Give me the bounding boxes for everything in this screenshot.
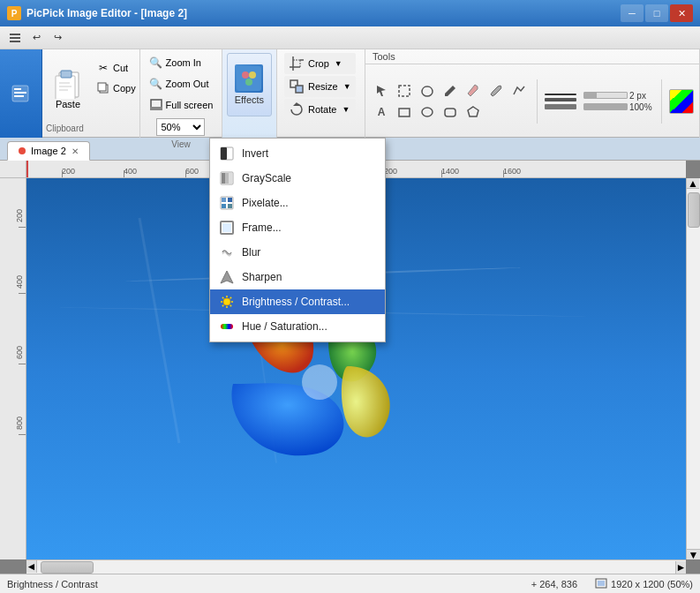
image-info-status: 1920 x 1200 (50%) [611,579,693,589]
rect-select-button[interactable] [394,81,415,101]
blur-icon [219,244,235,260]
tab-label: Image 2 [31,146,66,156]
svg-rect-42 [229,173,232,184]
menu-item-blur[interactable]: Blur [210,240,385,265]
vertical-ruler: 200 400 600 800 [0,178,26,559]
paste-label: Paste [56,99,80,109]
svg-point-36 [302,364,337,400]
zoom-in-button[interactable]: 🔍 Zoom In [145,53,206,72]
close-button[interactable]: ✕ [670,4,693,22]
menu-item-brightness[interactable]: Brightness / Contrast... [210,289,385,314]
crop-button[interactable]: Crop ▼ [284,53,356,74]
redo-button[interactable]: ↪ [48,29,67,47]
effects-label: Effects [235,94,264,105]
invert-label: Invert [242,147,268,160]
tools-divider2 [661,79,662,124]
resize-button[interactable]: Resize ▼ [284,76,356,97]
svg-rect-3 [10,37,20,39]
svg-point-20 [242,71,249,79]
rect-button[interactable] [394,102,415,122]
minimize-button[interactable]: ─ [621,4,644,22]
stroke-px-value: 2 px [629,91,654,101]
menu-item-hue[interactable]: Hue / Saturation... [210,314,385,339]
svg-point-34 [422,108,433,116]
eraser-button[interactable] [463,81,484,101]
rounded-rect-button[interactable] [440,102,461,122]
grayscale-label: GrayScale [242,172,291,184]
clipboard-label: Clipboard [46,122,84,133]
scroll-right-button[interactable]: ► [675,561,686,574]
svg-rect-8 [14,95,24,97]
tab-close-button[interactable]: ✕ [72,146,79,156]
brightness-icon [219,294,235,310]
svg-rect-40 [222,173,225,184]
svg-rect-45 [228,198,232,202]
lasso-button[interactable] [417,81,438,101]
polyline-button[interactable] [508,81,530,101]
rotate-button[interactable]: Rotate ▼ [284,99,356,120]
zoom-out-button[interactable]: 🔍 Zoom Out [145,74,214,94]
undo-button[interactable]: ↩ [26,29,46,47]
copy-label: Copy [113,83,136,94]
fullscreen-icon [149,98,163,112]
svg-rect-30 [296,86,303,93]
invert-icon [219,146,235,161]
blur-label: Blur [242,246,260,259]
paste-button[interactable]: Paste [46,53,90,116]
effects-dropdown-menu: Invert GrayScale Pixelate... [209,138,386,342]
svg-rect-16 [98,83,106,91]
zoom-select[interactable]: 50% 100% 200% [156,118,205,136]
scroll-left-button[interactable]: ◄ [26,560,37,573]
image2-tab[interactable]: Image 2 ✕ [7,141,90,161]
menu-item-invert[interactable]: Invert [210,141,385,166]
resize-icon [289,79,305,94]
scroll-thumb-vertical[interactable] [688,192,700,228]
zoom-in-label: Zoom In [166,57,201,68]
fullscreen-button[interactable]: Full screen [145,95,218,115]
copy-button[interactable]: Copy [92,79,140,98]
menu-item-frame[interactable]: Frame... [210,215,385,240]
svg-point-50 [223,298,230,305]
text-button[interactable]: A [371,102,392,122]
rotate-label: Rotate [308,104,336,115]
rotate-arrow: ▼ [342,105,350,114]
ellipse-button[interactable] [417,102,438,122]
svg-rect-32 [399,86,410,96]
vertical-scrollbar[interactable]: ▲ ▼ [686,178,700,559]
pen-button[interactable] [440,81,461,101]
scroll-down-button[interactable]: ▼ [687,549,700,559]
grayscale-icon [219,170,235,186]
maximize-button[interactable]: □ [645,4,668,22]
polygon-button[interactable] [463,102,484,122]
select-tool-button[interactable] [371,81,392,101]
svg-rect-2 [10,34,20,35]
crop-group: Crop ▼ Resize ▼ [277,49,365,138]
menu-item-pixelate[interactable]: Pixelate... [210,191,385,215]
svg-rect-18 [150,107,162,110]
effects-button[interactable]: Effects [227,53,272,116]
stroke-controls: 2 px 100% [545,91,654,112]
copy-icon [96,81,110,95]
menu-item-grayscale[interactable]: GrayScale [210,166,385,191]
ruler-corner [0,161,26,178]
color-button[interactable] [669,89,694,114]
scroll-up-button[interactable]: ▲ [687,178,699,189]
svg-rect-41 [225,173,229,184]
scroll-thumb-horizontal[interactable] [41,561,94,574]
frame-icon [219,220,235,236]
view-label: View [171,138,191,149]
menu-button[interactable] [5,29,25,47]
cut-button[interactable]: ✂ Cut [92,58,140,78]
file-menu-button[interactable] [0,49,42,138]
tab-pin-icon [19,147,26,154]
svg-rect-59 [221,324,233,329]
brightness-label: Brightness / Contrast... [242,296,350,308]
eyedropper-button[interactable] [485,81,507,101]
quick-access-toolbar: ↩ ↪ [0,26,700,49]
zoom-in-icon: 🔍 [149,56,163,70]
status-bar: Brightness / Contrast + 264, 836 1920 x … [0,574,700,593]
menu-item-sharpen[interactable]: Sharpen [210,265,385,289]
pixelate-icon [219,195,235,211]
ribbon: Paste ✂ Cut Copy Cli [0,49,700,138]
horizontal-scrollbar[interactable]: ◄ ► [26,559,686,574]
